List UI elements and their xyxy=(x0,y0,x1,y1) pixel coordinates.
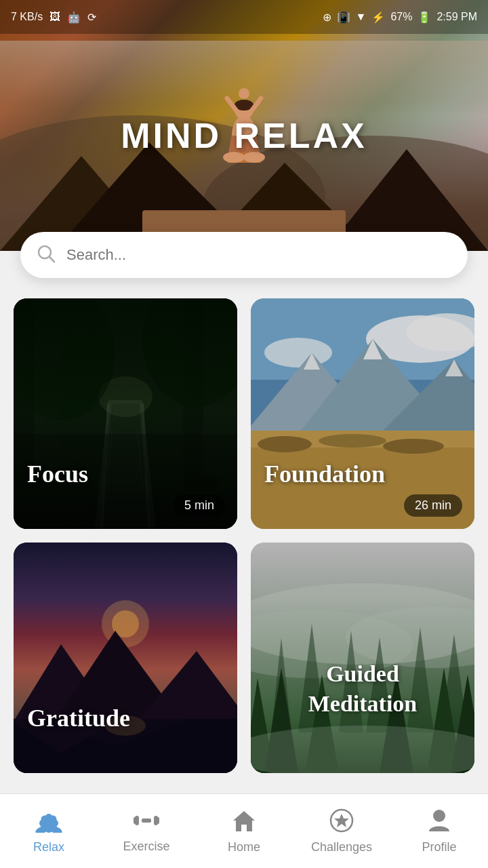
gratitude-card-bg xyxy=(14,542,237,773)
svg-point-43 xyxy=(366,315,474,363)
svg-point-38 xyxy=(14,298,115,420)
gratitude-card[interactable]: Gratitude xyxy=(14,542,237,773)
svg-point-60 xyxy=(383,439,444,454)
status-left: 7 KB/s 🖼 🤖 ⟳ xyxy=(11,11,96,24)
status-right: ⊕ 📳 ▼ ⚡ 67% 🔋 2:59 PM xyxy=(323,11,477,24)
svg-point-45 xyxy=(264,338,332,368)
focus-card-label: Focus xyxy=(27,460,88,488)
svg-rect-99 xyxy=(156,817,159,824)
nav-label-exercise: Exercise xyxy=(123,840,169,854)
svg-marker-48 xyxy=(380,359,474,434)
svg-line-33 xyxy=(104,424,108,475)
gratitude-card-label: Gratitude xyxy=(27,704,130,732)
relax-icon xyxy=(35,808,62,836)
guided-meditation-card-bg xyxy=(251,542,474,773)
svg-marker-50 xyxy=(363,339,382,359)
svg-point-17 xyxy=(239,88,249,99)
nav-label-relax: Relax xyxy=(33,840,64,854)
search-bar[interactable] xyxy=(20,232,468,278)
nav-item-profile[interactable]: Profile xyxy=(390,808,488,854)
nav-label-home: Home xyxy=(228,840,260,854)
nav-label-profile: Profile xyxy=(422,840,456,854)
hero-section: MIND RELAX xyxy=(0,0,488,251)
svg-point-44 xyxy=(407,313,474,351)
main-content: Focus 5 min xyxy=(0,232,488,868)
svg-marker-30 xyxy=(102,403,149,529)
focus-card[interactable]: Focus 5 min xyxy=(14,298,237,529)
svg-rect-26 xyxy=(34,298,61,475)
wifi-icon: ▼ xyxy=(356,11,367,23)
svg-point-39 xyxy=(142,298,237,407)
svg-marker-51 xyxy=(445,359,463,376)
svg-rect-28 xyxy=(203,298,237,475)
foundation-card-label: Foundation xyxy=(264,460,385,488)
battery-percent: 67% xyxy=(390,11,412,23)
sync-icon: ⟳ xyxy=(87,11,96,24)
svg-marker-100 xyxy=(233,811,255,831)
svg-line-32 xyxy=(142,403,149,529)
svg-marker-29 xyxy=(95,400,156,529)
nav-item-home[interactable]: Home xyxy=(195,808,293,854)
svg-line-36 xyxy=(138,431,142,488)
svg-point-63 xyxy=(112,610,139,637)
svg-point-58 xyxy=(258,436,312,452)
svg-line-53 xyxy=(434,441,447,454)
bottom-nav: Relax Exercise Home xyxy=(0,793,488,868)
cards-grid: Focus 5 min xyxy=(0,278,488,787)
svg-point-87 xyxy=(251,726,474,773)
add-icon: ⊕ xyxy=(323,11,331,24)
search-input[interactable] xyxy=(66,246,451,264)
guided-meditation-card-label: Guided Meditation xyxy=(251,659,474,719)
svg-marker-102 xyxy=(334,814,349,827)
svg-point-37 xyxy=(98,376,152,417)
svg-point-92 xyxy=(44,817,54,827)
svg-line-31 xyxy=(102,403,108,529)
search-icon xyxy=(37,244,56,266)
status-bar: 7 KB/s 🖼 🤖 ⟳ ⊕ 📳 ▼ ⚡ 67% 🔋 2:59 PM xyxy=(0,0,488,34)
svg-line-54 xyxy=(447,448,461,461)
svg-rect-42 xyxy=(251,298,474,380)
svg-line-35 xyxy=(141,424,146,475)
focus-card-duration: 5 min xyxy=(174,494,225,517)
nav-item-relax[interactable]: Relax xyxy=(0,808,98,854)
svg-rect-95 xyxy=(142,818,151,823)
nav-item-challenges[interactable]: Challenges xyxy=(293,808,390,854)
foundation-card-duration: 26 min xyxy=(404,494,462,517)
svg-rect-98 xyxy=(134,817,137,824)
svg-marker-49 xyxy=(304,353,320,370)
svg-rect-27 xyxy=(183,298,217,488)
nav-label-challenges: Challenges xyxy=(311,840,372,854)
svg-point-103 xyxy=(433,810,445,822)
svg-point-59 xyxy=(319,434,386,448)
svg-rect-61 xyxy=(14,542,237,773)
signal-icon: ⚡ xyxy=(371,11,385,24)
battery-icon: 🔋 xyxy=(418,11,431,24)
svg-point-72 xyxy=(251,583,474,665)
hero-title: MIND RELAX xyxy=(121,115,367,156)
foundation-card[interactable]: Foundation 26 min xyxy=(251,298,474,529)
guided-meditation-card[interactable]: Guided Meditation xyxy=(251,542,474,773)
nav-item-exercise[interactable]: Exercise xyxy=(98,809,195,854)
svg-point-62 xyxy=(102,600,149,648)
svg-marker-66 xyxy=(129,651,237,732)
svg-line-34 xyxy=(107,431,112,488)
svg-rect-71 xyxy=(251,542,474,773)
android-icon: 🤖 xyxy=(67,11,81,24)
home-icon xyxy=(232,808,256,836)
exercise-icon xyxy=(134,809,159,835)
speed-indicator: 7 KB/s xyxy=(11,11,43,23)
svg-line-23 xyxy=(49,257,54,262)
profile-icon xyxy=(428,808,451,836)
gallery-icon: 🖼 xyxy=(49,11,60,23)
svg-marker-46 xyxy=(251,353,380,434)
vibrate-icon: 📳 xyxy=(337,11,350,24)
svg-marker-47 xyxy=(298,339,454,434)
clock: 2:59 PM xyxy=(436,11,477,23)
challenges-icon xyxy=(329,808,354,836)
